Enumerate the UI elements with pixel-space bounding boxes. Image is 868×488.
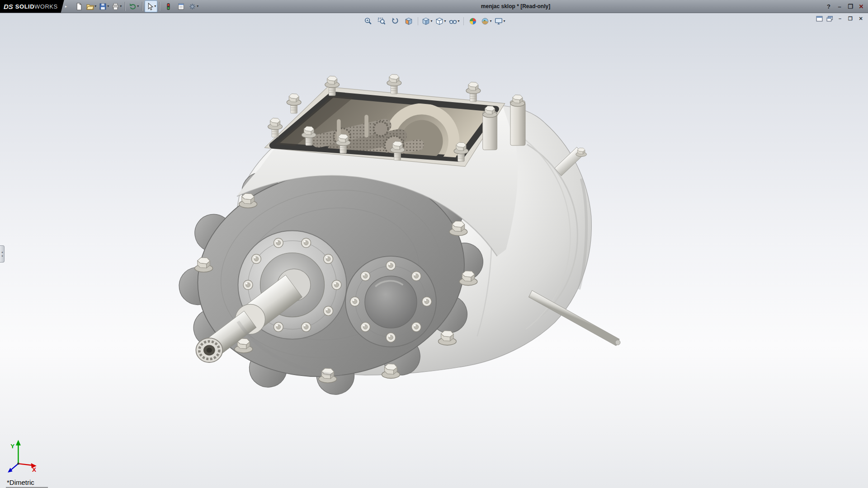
zoom-to-area-button[interactable]	[375, 15, 388, 27]
window-arrange-button[interactable]	[825, 14, 834, 23]
toolbar-separator	[142, 2, 143, 11]
stoplight-icon	[165, 3, 172, 10]
view-orientation-icon	[422, 17, 430, 25]
save-button[interactable]: ▾	[98, 0, 110, 12]
main-toolbar: ▾ ▾ ▾ ▾ ▾ ▾	[72, 0, 200, 12]
triad-y-label: Y	[10, 443, 14, 450]
toolbar-separator	[418, 17, 418, 25]
brand-solid: SOLID	[15, 3, 34, 10]
view-settings-icon	[495, 17, 503, 25]
zoom-to-area-icon	[377, 17, 386, 25]
dropdown-arrow-icon[interactable]: ▾	[137, 5, 139, 8]
section-view-icon	[405, 17, 413, 25]
orientation-triad: Y X	[8, 440, 37, 473]
undo-arrow-icon	[129, 3, 137, 10]
document-window-controls: – ❐ ✕	[815, 14, 865, 23]
zoom-to-fit-icon	[364, 17, 372, 25]
dropdown-arrow-icon[interactable]: ▾	[490, 19, 491, 23]
previous-view-button[interactable]	[389, 15, 401, 27]
dropdown-arrow-icon[interactable]: ▾	[458, 19, 459, 23]
close-button[interactable]: ✕	[856, 2, 866, 11]
toolbar-separator	[159, 2, 160, 11]
hide-show-items-button[interactable]: ▾	[448, 15, 461, 27]
toolbar-separator	[125, 2, 126, 11]
heads-up-toolbar: ▾ ▾ ▾ ▾ ▾	[359, 14, 509, 28]
doc-restore-button[interactable]: ❐	[846, 14, 855, 23]
print-button[interactable]: ▾	[110, 0, 123, 12]
options-button[interactable]: ▾	[187, 0, 200, 12]
edit-appearance-button[interactable]	[467, 15, 479, 27]
display-style-icon	[435, 17, 443, 25]
printer-icon	[112, 3, 119, 10]
dropdown-arrow-icon[interactable]: ▾	[120, 5, 122, 8]
document-title: menjac sklop * [Read-only]	[481, 3, 550, 9]
dropdown-arrow-icon[interactable]: ▾	[94, 5, 96, 8]
window-select-button[interactable]	[815, 14, 824, 23]
restore-button[interactable]: ❐	[845, 2, 855, 11]
logo-ds-icon: DS	[4, 3, 13, 10]
solidworks-window: { "titlebar": { "logo": { "ds": "DS", "b…	[0, 0, 868, 488]
doc-close-button[interactable]: ✕	[856, 14, 865, 23]
dropdown-arrow-icon[interactable]: ▾	[197, 5, 198, 8]
solidworks-logo: DS SOLID WORKS	[0, 0, 64, 13]
window-controls: ? – ❐ ✕	[824, 0, 866, 13]
glasses-icon	[449, 17, 457, 25]
dropdown-arrow-icon[interactable]: ▾	[444, 19, 446, 23]
section-view-button[interactable]	[402, 15, 415, 27]
cascade-windows-icon	[826, 16, 833, 22]
zoom-to-fit-button[interactable]	[362, 15, 374, 27]
view-settings-button[interactable]: ▾	[494, 15, 506, 27]
spline-tip	[196, 338, 222, 362]
stoplight-button[interactable]	[162, 0, 175, 12]
display-style-button[interactable]: ▾	[434, 15, 447, 27]
scene-sphere-icon	[481, 17, 489, 25]
select-button[interactable]: ▾	[145, 0, 157, 12]
cursor-arrow-icon	[146, 3, 154, 10]
help-button[interactable]: ?	[824, 2, 834, 11]
appearance-ball-icon	[469, 17, 477, 25]
properties-button[interactable]	[175, 0, 187, 12]
view-orientation-button[interactable]: ▾	[421, 15, 434, 27]
new-document-icon	[75, 3, 83, 10]
dropdown-arrow-icon[interactable]: ▾	[430, 19, 432, 23]
open-button[interactable]: ▾	[85, 0, 98, 12]
undo-button[interactable]: ▾	[127, 0, 140, 12]
dropdown-arrow-icon[interactable]: ▾	[503, 19, 505, 23]
view-orientation-label: *Dimetric	[6, 479, 48, 488]
open-folder-icon	[86, 3, 94, 10]
graphics-viewport[interactable]: Y X ▾ ▾	[0, 13, 868, 488]
options-gear-icon	[189, 3, 196, 10]
logo-arrow-icon: ▸	[65, 4, 67, 9]
titlebar: DS SOLID WORKS ▸ ▾ ▾ ▾ ▾ ▾	[0, 0, 868, 13]
dropdown-arrow-icon[interactable]: ▾	[107, 5, 109, 8]
previous-view-icon	[391, 17, 399, 25]
collapse-arrow-icon: ◂	[1, 251, 3, 253]
save-floppy-icon	[99, 3, 107, 10]
dropdown-arrow-icon[interactable]: ▾	[154, 5, 156, 8]
window-icon	[816, 16, 823, 22]
apply-scene-button[interactable]: ▾	[480, 15, 493, 27]
triad-x-label: X	[32, 466, 36, 473]
toolbar-separator	[463, 17, 464, 25]
properties-sheet-icon	[177, 3, 185, 10]
minimize-button[interactable]: –	[835, 2, 844, 11]
gearbox-3d-model[interactable]: Y X	[0, 13, 868, 488]
panel-collapse-handle[interactable]: ◂ ◂	[0, 245, 5, 263]
brand-works: WORKS	[34, 3, 58, 10]
doc-minimize-button[interactable]: –	[835, 14, 844, 23]
cover-plate[interactable]	[345, 256, 436, 347]
new-button[interactable]	[72, 0, 85, 12]
collapse-arrow-icon: ◂	[1, 254, 3, 257]
